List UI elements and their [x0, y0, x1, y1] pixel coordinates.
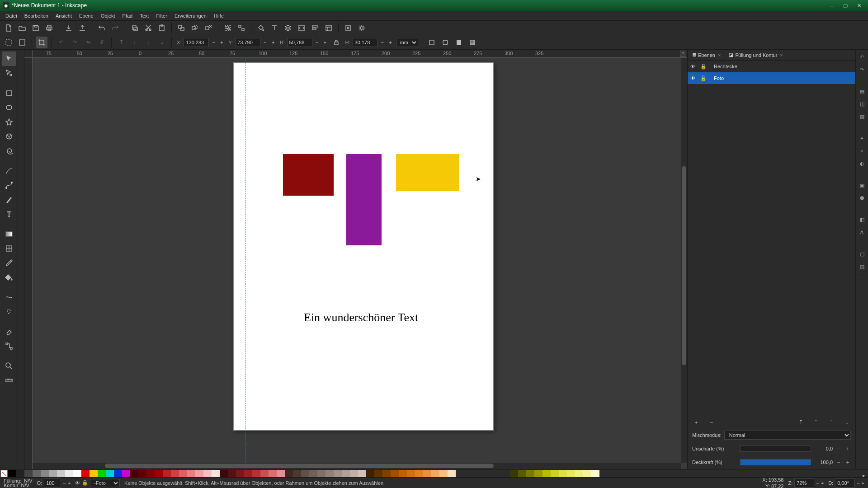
color-swatch[interactable] [366, 470, 374, 477]
y-minus-button[interactable]: − [261, 37, 269, 48]
rot-plus-button[interactable]: + [862, 480, 864, 486]
layer-row-foto[interactable]: 👁 🔓 Foto [688, 72, 855, 84]
blur-minus-button[interactable]: − [835, 446, 842, 451]
ruler-horizontal[interactable]: -75-50-250255075100125150175200225250275… [33, 50, 687, 58]
color-swatch[interactable] [334, 470, 342, 477]
toggle-selection-box-button[interactable] [36, 37, 47, 48]
close-icon[interactable]: × [718, 52, 721, 58]
copy-button[interactable] [129, 22, 141, 34]
color-swatch[interactable] [155, 470, 163, 477]
docprops-button[interactable] [342, 22, 354, 34]
color-swatch[interactable] [65, 470, 73, 477]
dock-redo-icon[interactable]: ↷ [858, 65, 867, 74]
color-swatch[interactable] [399, 470, 407, 477]
prefs-button[interactable] [356, 22, 368, 34]
paintbucket-tool[interactable] [2, 270, 16, 285]
color-swatch[interactable] [415, 470, 423, 477]
color-swatch[interactable] [81, 470, 90, 477]
redo-button[interactable] [109, 22, 121, 34]
color-swatch[interactable] [518, 470, 526, 477]
color-swatch[interactable] [49, 470, 57, 477]
color-swatch[interactable] [171, 470, 179, 477]
measure-tool[interactable] [2, 373, 16, 388]
zoom-plus-button[interactable]: + [821, 480, 824, 486]
color-swatch[interactable] [146, 470, 155, 477]
fill-stroke-indicator[interactable]: Füllung: N/V Kontur: N/V [4, 479, 33, 488]
color-swatch[interactable] [575, 470, 583, 477]
star-tool[interactable] [2, 115, 16, 129]
dock-undo-icon[interactable]: ↶ [858, 52, 867, 61]
mesh-tool[interactable] [2, 241, 16, 256]
layer-down-button[interactable]: ˅ [826, 417, 837, 428]
rotation-input[interactable] [835, 479, 855, 488]
page-indicator[interactable]: 1 [680, 51, 686, 57]
color-swatch[interactable] [16, 470, 24, 477]
eye-icon[interactable]: 👁 [690, 64, 697, 69]
close-icon[interactable]: × [780, 52, 783, 58]
menu-text[interactable]: Text [136, 12, 152, 20]
color-swatch[interactable] [293, 470, 301, 477]
undo-button[interactable] [96, 22, 108, 34]
color-swatch[interactable] [382, 470, 391, 477]
x-minus-button[interactable]: − [210, 37, 217, 48]
color-swatch[interactable] [73, 470, 81, 477]
import-button[interactable] [63, 22, 75, 34]
color-swatch[interactable] [358, 470, 366, 477]
color-swatch[interactable] [551, 470, 559, 477]
opacity-slider[interactable] [740, 459, 811, 465]
color-swatch[interactable] [342, 470, 350, 477]
color-swatch[interactable] [326, 470, 334, 477]
select-all-layers-button[interactable] [3, 37, 14, 48]
move-patterns-button[interactable] [467, 37, 478, 48]
rectangle-tool[interactable] [2, 86, 16, 100]
selector-tool[interactable] [2, 52, 16, 66]
color-swatch[interactable] [439, 470, 448, 477]
selectors-dialog-button[interactable] [323, 22, 335, 34]
3dbox-tool[interactable] [2, 129, 16, 144]
h-input[interactable] [353, 38, 378, 47]
scrollbar-horizontal[interactable] [33, 463, 681, 469]
fill-dialog-button[interactable] [255, 22, 267, 34]
raise-button[interactable]: ↑ [129, 37, 141, 48]
color-swatch[interactable] [260, 470, 269, 477]
raise-top-button[interactable]: ⤒ [115, 37, 127, 48]
color-swatch[interactable] [567, 470, 575, 477]
tab-ebenen[interactable]: ≣Ebenen× [690, 51, 722, 59]
lower-button[interactable]: ↓ [142, 37, 154, 48]
color-swatch[interactable] [309, 470, 317, 477]
menu-hilfe[interactable]: Hilfe [210, 12, 227, 20]
color-swatch[interactable] [220, 470, 228, 477]
cut-button[interactable] [142, 22, 154, 34]
color-swatch[interactable] [195, 470, 203, 477]
print-button[interactable] [43, 22, 55, 34]
o-minus-button[interactable]: − [63, 480, 66, 486]
lock-toggle-icon[interactable]: 🔓 [82, 480, 88, 486]
color-swatch[interactable] [187, 470, 195, 477]
close-button[interactable]: ✕ [853, 1, 865, 9]
color-swatch[interactable] [526, 470, 534, 477]
color-swatch[interactable] [374, 470, 382, 477]
zoom-minus-button[interactable]: − [816, 480, 819, 486]
layers-dialog-button[interactable] [282, 22, 294, 34]
menu-objekt[interactable]: Objekt [97, 12, 119, 20]
pencil-tool[interactable] [2, 164, 16, 178]
layer-top-button[interactable]: ⤒ [795, 417, 807, 428]
color-swatch[interactable] [98, 470, 106, 477]
unit-select[interactable]: mm [396, 38, 418, 47]
flip-h-button[interactable]: ⇋ [82, 37, 94, 48]
color-swatch[interactable] [534, 470, 542, 477]
color-swatch[interactable] [391, 470, 399, 477]
select-all-button[interactable] [16, 37, 28, 48]
color-swatch[interactable] [130, 470, 138, 477]
clone-button[interactable] [189, 22, 201, 34]
color-swatch[interactable] [122, 470, 130, 477]
align-dialog-button[interactable] [309, 22, 321, 34]
layer-bottom-button[interactable]: ⤓ [841, 417, 853, 428]
dock-xml-icon[interactable]: ▢ [858, 249, 867, 258]
eye-icon[interactable]: 👁 [690, 75, 697, 81]
color-swatch[interactable] [350, 470, 358, 477]
color-swatch[interactable] [301, 470, 309, 477]
color-swatch[interactable] [24, 470, 33, 477]
color-swatch[interactable] [583, 470, 591, 477]
connector-tool[interactable] [2, 339, 16, 353]
